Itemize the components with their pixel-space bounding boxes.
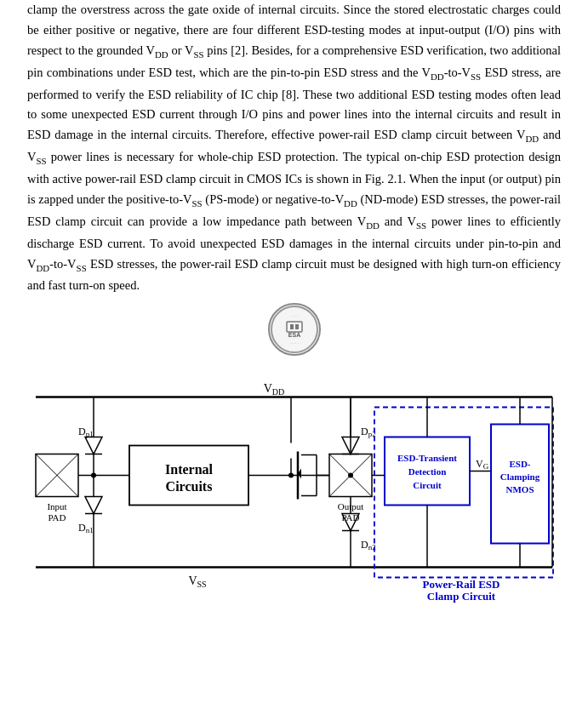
svg-text:ESD-Transient: ESD-Transient (397, 453, 457, 463)
svg-text:Dn2: Dn2 (361, 539, 376, 551)
svg-text:ESD-: ESD- (509, 459, 530, 469)
watermark-area: ESA · · · · · · · · (27, 303, 561, 356)
svg-text:Circuits: Circuits (166, 479, 213, 494)
svg-text:Dp1: Dp1 (78, 426, 94, 438)
svg-marker-22 (85, 497, 102, 514)
svg-point-80 (348, 473, 353, 478)
svg-text:NMOS: NMOS (506, 484, 534, 494)
svg-text:Detection: Detection (408, 466, 447, 477)
circuit-diagram: VDD VSS Input PAD Dp1 (27, 363, 561, 609)
svg-rect-3 (295, 324, 299, 329)
svg-text:Internal: Internal (165, 462, 214, 477)
svg-text:PAD: PAD (49, 512, 66, 523)
main-text: clamp the overstress across the gate oxi… (27, 0, 561, 296)
watermark-logo: ESA · · · · · · · · (268, 303, 321, 356)
svg-text:Clamping: Clamping (500, 471, 540, 482)
svg-text:· · · ·: · · · · (290, 340, 299, 346)
svg-rect-2 (290, 324, 294, 329)
page-content: clamp the overstress across the gate oxi… (0, 0, 588, 609)
svg-text:VSS: VSS (188, 574, 206, 589)
svg-marker-17 (85, 437, 102, 454)
svg-text:VDD: VDD (264, 382, 285, 397)
svg-text:· · · ·: · · · · (290, 313, 299, 318)
svg-text:VG: VG (476, 458, 489, 471)
svg-text:Circuit: Circuit (413, 480, 442, 490)
svg-text:Power-Rail ESD: Power-Rail ESD (423, 578, 500, 591)
svg-text:ESA: ESA (288, 332, 300, 338)
svg-text:Clamp Circuit: Clamp Circuit (427, 590, 496, 603)
svg-text:Dn1: Dn1 (78, 522, 94, 534)
svg-text:Dp2: Dp2 (361, 426, 376, 438)
svg-rect-1 (287, 322, 302, 332)
svg-text:Input: Input (47, 501, 66, 511)
